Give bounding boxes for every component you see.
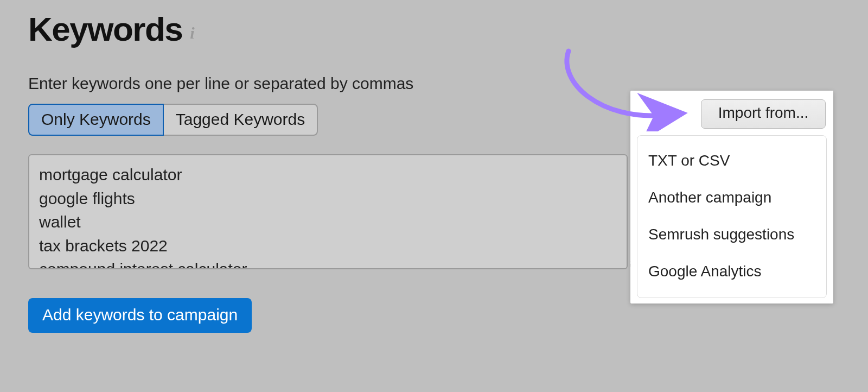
import-item-google-analytics[interactable]: Google Analytics [642, 253, 822, 290]
tab-only-keywords[interactable]: Only Keywords [28, 104, 164, 136]
import-from-button[interactable]: Import from... [701, 99, 826, 129]
import-popover: Import from... TXT or CSV Another campai… [630, 91, 833, 304]
keywords-textarea[interactable] [28, 154, 628, 269]
info-icon[interactable]: i [190, 24, 194, 42]
import-menu: TXT or CSV Another campaign Semrush sugg… [637, 135, 827, 298]
page-title: Keywords [28, 10, 182, 48]
instructions-text: Enter keywords one per line or separated… [28, 74, 842, 93]
tab-tagged-keywords[interactable]: Tagged Keywords [163, 104, 318, 136]
import-item-txt-csv[interactable]: TXT or CSV [642, 142, 822, 179]
add-keywords-button[interactable]: Add keywords to campaign [28, 298, 252, 333]
import-item-another-campaign[interactable]: Another campaign [642, 179, 822, 216]
import-item-semrush-suggestions[interactable]: Semrush suggestions [642, 216, 822, 253]
